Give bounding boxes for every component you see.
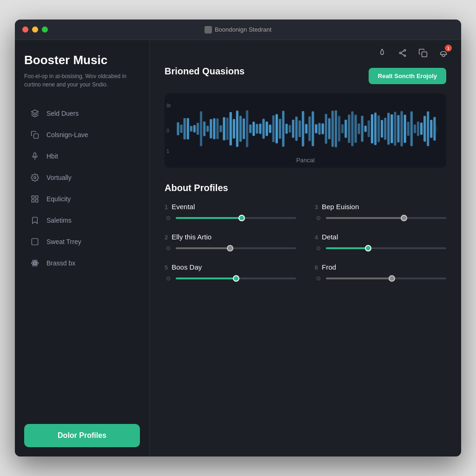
slider-left-icon: ⊙ (315, 214, 322, 222)
svg-rect-23 (187, 118, 189, 139)
main-content: Booster Music Foo·el-op in at-bosising, … (15, 40, 461, 456)
slider-name: Evental (172, 203, 195, 211)
bookmark-icon (30, 215, 40, 225)
svg-rect-66 (328, 118, 331, 139)
svg-rect-28 (203, 121, 205, 136)
svg-line-18 (401, 53, 404, 55)
waveform-title: Brioned Quasions (165, 66, 245, 77)
svg-rect-70 (341, 124, 344, 133)
chart-y-label-bot: 1 (166, 148, 169, 154)
svg-rect-48 (269, 125, 271, 133)
slider-left-icon: ⊙ (315, 275, 322, 282)
svg-rect-98 (433, 117, 436, 140)
slider-label-row: 6 Frod (315, 263, 446, 271)
svg-rect-26 (197, 123, 199, 135)
minimize-button[interactable] (32, 26, 38, 33)
slider-label-row: 1 Evental (165, 203, 296, 211)
waveform-section: Brioned Quasions Realt Soncth Erojoly 8r… (165, 66, 446, 168)
nav-label: Hbit (46, 152, 58, 160)
sidebar-item-vortually[interactable]: Vortually (24, 168, 140, 187)
svg-rect-55 (292, 120, 294, 138)
sidebar-item-colsnign-lave[interactable]: Colsnign-Lave (24, 125, 140, 145)
slider-3: 3 Bep Euision ⊙ (315, 203, 446, 222)
svg-rect-60 (308, 116, 311, 141)
app-title: Booster Music (24, 53, 140, 67)
svg-rect-36 (230, 112, 232, 145)
svg-rect-65 (325, 114, 327, 144)
nav-label: Colsnign-Lave (46, 131, 88, 139)
svg-point-4 (34, 177, 36, 179)
slider-5: 5 Boos Day ⊙ (165, 263, 296, 282)
slider-track[interactable] (326, 217, 446, 219)
sidebar-item-saletims[interactable]: Saletims (24, 211, 140, 230)
panel-header: 1 (150, 40, 461, 66)
svg-line-17 (401, 51, 404, 53)
svg-rect-86 (394, 112, 396, 146)
svg-rect-91 (410, 112, 413, 146)
slider-track[interactable] (176, 217, 296, 219)
svg-rect-30 (210, 119, 212, 139)
grid-icon (30, 194, 40, 204)
waveform-svg (174, 106, 437, 152)
app-window: Boondonign Stedrant Booster Music Foo·el… (15, 20, 461, 456)
chart-y-label-top: 8r (166, 103, 171, 108)
close-button[interactable] (22, 26, 28, 33)
nav-label: Equlicity (46, 195, 71, 203)
svg-rect-9 (32, 238, 38, 245)
svg-rect-22 (184, 118, 186, 139)
svg-point-14 (404, 50, 405, 51)
svg-rect-44 (256, 124, 258, 134)
svg-rect-96 (427, 112, 429, 146)
share-icon[interactable] (396, 46, 409, 60)
reallt-button[interactable]: Realt Soncth Erojoly (369, 68, 446, 84)
slider-4: 4 Detal ⊙ (315, 233, 446, 252)
sidebar-item-brassd-bx[interactable]: Brassd bx (24, 253, 140, 273)
slider-name: Boos Day (172, 263, 202, 271)
nav-label: Sweat Trrey (46, 238, 81, 245)
slider-label-row: 2 Elly this Artio (165, 233, 296, 241)
settings-icon (30, 172, 40, 183)
maximize-button[interactable] (42, 26, 48, 33)
slider-track[interactable] (176, 278, 296, 279)
sidebar-item-equlicity[interactable]: Equlicity (24, 189, 140, 209)
chart-y-label-mid: 0 (166, 128, 169, 133)
svg-rect-51 (279, 119, 281, 139)
svg-rect-90 (407, 122, 410, 136)
mic-icon (30, 151, 40, 161)
svg-rect-19 (422, 52, 427, 57)
svg-rect-75 (358, 123, 360, 134)
svg-rect-46 (262, 119, 264, 139)
fire-icon[interactable] (376, 46, 389, 60)
svg-rect-93 (417, 122, 419, 136)
svg-rect-94 (420, 123, 423, 135)
svg-rect-7 (32, 200, 34, 202)
sidebar-item-sweat-trrey[interactable]: Sweat Trrey (24, 232, 140, 251)
notification-icon[interactable]: 1 (437, 46, 450, 60)
svg-rect-72 (348, 115, 350, 143)
slider-track[interactable] (326, 278, 446, 279)
svg-rect-81 (377, 115, 380, 142)
svg-rect-25 (193, 125, 196, 132)
svg-rect-83 (384, 118, 386, 140)
svg-rect-97 (430, 120, 432, 138)
slider-left-icon: ⊙ (165, 245, 172, 252)
cta-button[interactable]: Dolor Profiles (24, 424, 140, 447)
svg-rect-40 (243, 119, 245, 139)
svg-rect-45 (259, 124, 261, 134)
svg-rect-43 (252, 122, 255, 136)
sidebar-item-hbit[interactable]: Hbit (24, 146, 140, 166)
layers-icon (30, 108, 40, 119)
sidebar-item-seld-duers[interactable]: Seld Duers (24, 104, 140, 123)
slider-6: 6 Frod ⊙ (315, 263, 446, 282)
slider-number: 2 (165, 234, 168, 241)
slider-track[interactable] (176, 247, 296, 249)
slider-track[interactable] (326, 247, 446, 249)
svg-point-10 (34, 263, 36, 264)
svg-rect-2 (34, 153, 36, 157)
svg-rect-69 (338, 116, 340, 141)
svg-rect-37 (233, 119, 235, 139)
traffic-lights (22, 26, 48, 33)
svg-rect-71 (344, 120, 347, 138)
copy-icon[interactable] (416, 46, 430, 60)
svg-rect-84 (387, 113, 390, 145)
